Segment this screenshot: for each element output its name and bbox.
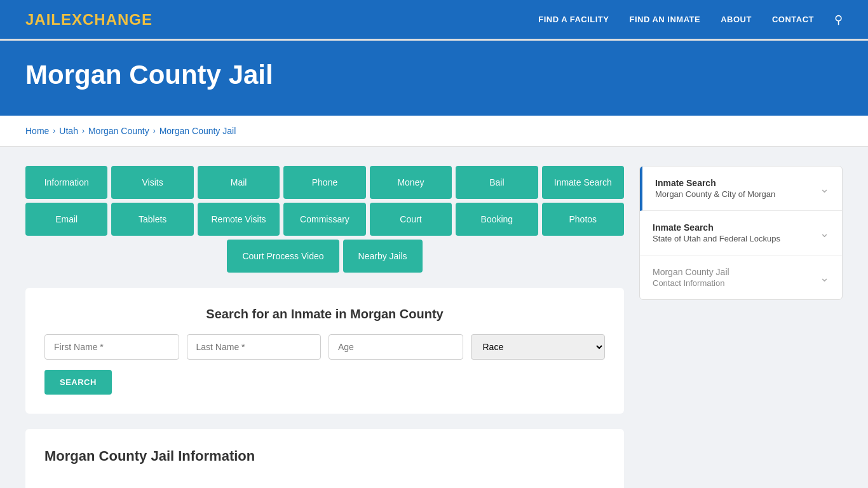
button-grid-row1: Information Visits Mail Phone Money Bail… — [25, 166, 624, 199]
breadcrumb-sep-1: › — [53, 126, 55, 135]
logo-accent: EXCHANGE — [61, 11, 153, 28]
nav-about[interactable]: ABOUT — [721, 15, 752, 24]
btn-court-process-video[interactable]: Court Process Video — [227, 240, 339, 273]
breadcrumb-current: Morgan County Jail — [159, 126, 236, 136]
sidebar-card: Inmate Search Morgan County & City of Mo… — [639, 166, 843, 300]
btn-phone[interactable]: Phone — [283, 166, 365, 199]
btn-tablets[interactable]: Tablets — [111, 203, 193, 236]
left-column: Information Visits Mail Phone Money Bail… — [25, 166, 624, 488]
sidebar-item-3-sub: Contact Information — [653, 278, 729, 288]
btn-money[interactable]: Money — [370, 166, 452, 199]
btn-bail[interactable]: Bail — [456, 166, 538, 199]
breadcrumb-sep-3: › — [153, 126, 156, 135]
sidebar-item-1-title: Inmate Search — [655, 178, 775, 188]
search-title: Search for an Inmate in Morgan County — [44, 307, 605, 322]
btn-email[interactable]: Email — [25, 203, 107, 236]
btn-nearby-jails[interactable]: Nearby Jails — [343, 240, 423, 273]
site-logo[interactable]: JAILEXCHANGE — [25, 11, 153, 29]
sidebar-item-1-sub: Morgan County & City of Morgan — [655, 189, 775, 199]
sidebar-item-3-title: Morgan County Jail — [653, 267, 729, 277]
page-title: Morgan County Jail — [25, 60, 843, 90]
btn-remote-visits[interactable]: Remote Visits — [198, 203, 280, 236]
main-content: Information Visits Mail Phone Money Bail… — [0, 147, 868, 488]
info-title: Morgan County Jail Information — [44, 448, 605, 464]
sidebar-item-2-sub: State of Utah and Federal Lockups — [653, 234, 780, 243]
breadcrumb-home[interactable]: Home — [25, 126, 49, 136]
nav-contact[interactable]: CONTACT — [772, 15, 814, 24]
chevron-down-icon-3: ⌄ — [820, 271, 829, 285]
sidebar-item-inmate-search-county[interactable]: Inmate Search Morgan County & City of Mo… — [640, 166, 842, 211]
breadcrumb-morgan-county[interactable]: Morgan County — [88, 126, 149, 136]
btn-commissary[interactable]: Commissary — [283, 203, 365, 236]
search-fields: Race — [44, 334, 605, 360]
btn-visits[interactable]: Visits — [111, 166, 193, 199]
hero-section: Morgan County Jail — [0, 41, 868, 116]
info-section: Morgan County Jail Information — [25, 429, 624, 488]
right-sidebar: Inmate Search Morgan County & City of Mo… — [639, 166, 843, 488]
breadcrumb-utah[interactable]: Utah — [59, 126, 78, 136]
sidebar-item-contact-info[interactable]: Morgan County Jail Contact Information ⌄ — [640, 255, 842, 299]
sidebar-item-inmate-search-state[interactable]: Inmate Search State of Utah and Federal … — [640, 211, 842, 255]
race-select[interactable]: Race — [471, 334, 606, 360]
sidebar-item-2-title: Inmate Search — [653, 222, 780, 233]
search-icon[interactable]: ⚲ — [834, 13, 843, 27]
age-input[interactable] — [329, 334, 463, 360]
btn-court[interactable]: Court — [370, 203, 452, 236]
logo-text: JAIL — [25, 11, 61, 28]
site-header: JAILEXCHANGE FIND A FACILITY FIND AN INM… — [0, 0, 868, 41]
btn-inmate-search[interactable]: Inmate Search — [542, 166, 624, 199]
btn-photos[interactable]: Photos — [542, 203, 624, 236]
btn-mail[interactable]: Mail — [198, 166, 280, 199]
nav-find-facility[interactable]: FIND A FACILITY — [538, 15, 609, 24]
btn-information[interactable]: Information — [25, 166, 107, 199]
main-nav: FIND A FACILITY FIND AN INMATE ABOUT CON… — [538, 13, 843, 27]
button-grid-row2: Email Tablets Remote Visits Commissary C… — [25, 203, 624, 236]
inmate-search-box: Search for an Inmate in Morgan County Ra… — [25, 288, 624, 414]
breadcrumb-sep-2: › — [82, 126, 85, 135]
button-grid-row3: Court Process Video Nearby Jails — [25, 240, 624, 273]
search-button[interactable]: SEARCH — [44, 370, 112, 395]
chevron-down-icon-2: ⌄ — [820, 226, 829, 240]
last-name-input[interactable] — [187, 334, 322, 360]
breadcrumb: Home › Utah › Morgan County › Morgan Cou… — [0, 116, 868, 147]
btn-booking[interactable]: Booking — [456, 203, 538, 236]
nav-find-inmate[interactable]: FIND AN INMATE — [629, 15, 700, 24]
first-name-input[interactable] — [44, 334, 179, 360]
chevron-down-icon: ⌄ — [820, 182, 829, 196]
